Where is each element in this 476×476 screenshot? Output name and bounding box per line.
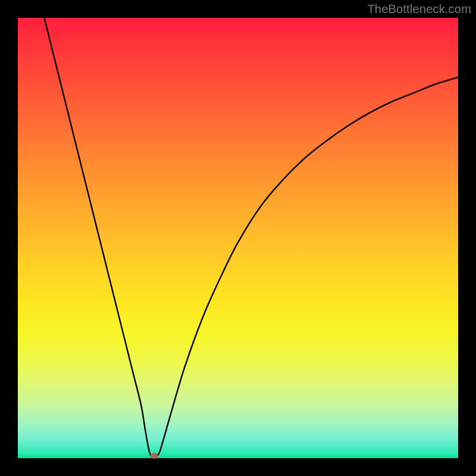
chart-frame: TheBottleneck.com bbox=[0, 0, 476, 476]
watermark-text: TheBottleneck.com bbox=[367, 2, 471, 16]
plot-area bbox=[18, 18, 458, 458]
bottleneck-curve bbox=[18, 18, 458, 458]
minimum-marker bbox=[151, 453, 158, 459]
